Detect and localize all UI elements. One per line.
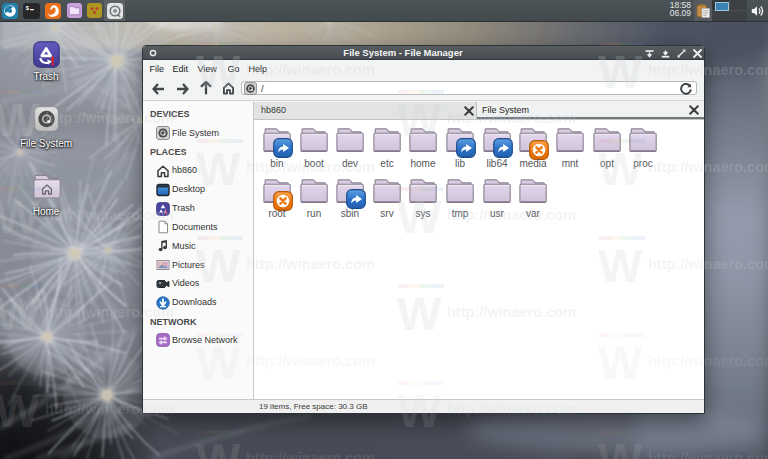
- svg-text:$: $: [26, 5, 30, 12]
